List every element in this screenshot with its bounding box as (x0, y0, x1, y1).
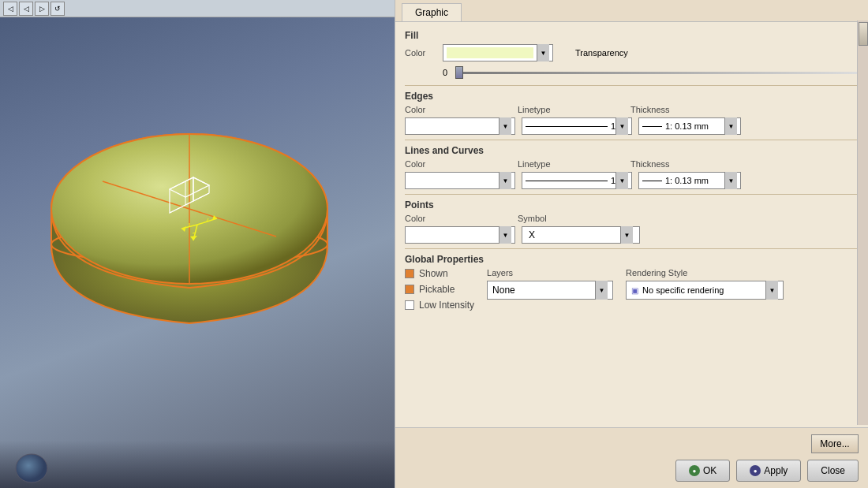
lines-color-swatch (409, 175, 496, 186)
shown-checkbox[interactable] (405, 269, 414, 278)
edges-linetype-dropdown[interactable]: 1 ▼ (522, 117, 632, 135)
close-button[interactable]: Close (807, 460, 859, 482)
toolbar-btn-3[interactable]: ▷ (35, 2, 49, 16)
global-checkboxes: Shown Pickable Low Intensity (405, 268, 474, 311)
global-props-content: Shown Pickable Low Intensity Layers None… (405, 268, 859, 311)
points-header-row: Color Symbol (405, 214, 859, 223)
edges-color-sublabel: Color (405, 105, 436, 114)
fill-color-row: Color ▼ Transparency (405, 44, 859, 61)
rendering-dropdown[interactable]: ▣ No specific rendering ▼ (626, 281, 784, 300)
lines-header-row: Color Linetype Thickness (405, 159, 859, 169)
edges-thickness-arrow[interactable]: ▼ (724, 117, 737, 135)
edges-color-arrow[interactable]: ▼ (499, 117, 511, 135)
points-color-arrow[interactable]: ▼ (499, 226, 511, 244)
edges-thickness-dropdown[interactable]: 1: 0.13 mm ▼ (638, 117, 741, 135)
points-symbol-value: X (529, 229, 620, 240)
edges-divider (405, 140, 859, 140)
apply-button[interactable]: ● Apply (736, 460, 801, 482)
points-symbol-arrow[interactable]: ▼ (620, 226, 633, 244)
apply-icon: ● (750, 465, 761, 476)
lines-thickness-dropdown[interactable]: 1: 0.13 mm ▼ (638, 172, 741, 189)
low-intensity-checkbox[interactable] (405, 300, 414, 310)
edges-section-label: Edges (405, 91, 859, 102)
svg-point-21 (16, 454, 47, 482)
edges-linetype-arrow[interactable]: ▼ (615, 117, 628, 135)
edges-color-dropdown[interactable]: ▼ (405, 117, 515, 135)
lines-color-arrow[interactable]: ▼ (499, 172, 511, 189)
edges-color-swatch (409, 121, 496, 132)
lines-linetype-dropdown[interactable]: 1 ▼ (522, 172, 632, 189)
points-divider (405, 248, 859, 249)
more-btn-row: More... (405, 434, 859, 453)
shown-label: Shown (419, 268, 448, 279)
edges-header-row: Color Linetype Thickness (405, 105, 859, 114)
points-color-dropdown[interactable]: ▼ (405, 226, 515, 244)
lines-controls-row: ▼ 1 ▼ 1: 0.13 mm ▼ (405, 172, 859, 189)
transparency-slider-track (455, 65, 859, 80)
pickable-checkbox[interactable] (405, 285, 414, 294)
points-section-label: Points (405, 199, 859, 210)
properties-panel: Graphic Fill Color ▼ Transparency 0 (395, 0, 868, 488)
scrollbar-thumb[interactable] (859, 22, 868, 46)
scrollbar-track (857, 20, 868, 425)
toolbar-btn-1[interactable]: ◁ (3, 2, 17, 16)
ok-label: OK (703, 465, 716, 476)
lines-color-sublabel: Color (405, 159, 436, 169)
panel-footer: More... ● OK ● Apply Close (395, 427, 868, 488)
layers-dropdown-arrow[interactable]: ▼ (595, 281, 608, 300)
ok-icon: ● (689, 465, 700, 476)
toolbar-btn-2[interactable]: ◁ (19, 2, 33, 16)
toolbar-btn-4[interactable]: ↺ (51, 2, 65, 16)
points-symbol-dropdown[interactable]: X ▼ (522, 226, 640, 244)
rendering-section: Rendering Style ▣ No specific rendering … (626, 268, 784, 311)
more-button[interactable]: More... (811, 434, 859, 453)
lines-linetype-sublabel: Linetype (518, 159, 565, 169)
points-controls-row: ▼ X ▼ (405, 226, 859, 244)
shown-row: Shown (405, 268, 474, 279)
panel-content: Fill Color ▼ Transparency 0 Edges (395, 22, 868, 427)
apply-label: Apply (764, 465, 788, 476)
shape-container (16, 39, 363, 418)
global-props-label: Global Properties (405, 254, 859, 265)
tab-header: Graphic (395, 0, 868, 22)
3d-viewport[interactable]: ◁ ◁ ▷ ↺ (0, 0, 395, 488)
points-color-sublabel: Color (405, 214, 436, 223)
rendering-value: ▣ No specific rendering (631, 285, 765, 295)
layers-section: Layers None ▼ (487, 268, 613, 311)
edges-thickness-line (642, 126, 662, 127)
edges-linetype-line (526, 126, 608, 127)
layers-dropdown[interactable]: None ▼ (487, 281, 613, 300)
lines-linetype-line (526, 181, 608, 181)
viewport-bottom (0, 441, 395, 488)
fill-divider (405, 85, 859, 86)
lines-thickness-arrow[interactable]: ▼ (724, 172, 737, 189)
transparency-row: 0 (405, 65, 859, 80)
edges-linetype-sublabel: Linetype (518, 105, 565, 114)
lines-section-label: Lines and Curves (405, 145, 859, 156)
points-symbol-sublabel: Symbol (518, 214, 565, 223)
tab-graphic[interactable]: Graphic (402, 3, 462, 21)
lines-color-dropdown[interactable]: ▼ (405, 172, 515, 189)
points-color-swatch (409, 229, 496, 240)
fill-color-dropdown[interactable]: ▼ (443, 44, 553, 61)
fill-color-arrow[interactable]: ▼ (537, 44, 549, 61)
edges-controls-row: ▼ 1 ▼ 1: 0.13 mm ▼ (405, 117, 859, 135)
pickable-row: Pickable (405, 284, 474, 295)
transparency-control: 0 (443, 65, 859, 80)
close-label: Close (821, 465, 845, 476)
action-buttons-row: ● OK ● Apply Close (675, 460, 859, 482)
lines-thickness-sublabel: Thickness (630, 159, 678, 169)
low-intensity-row: Low Intensity (405, 300, 474, 311)
toolbar-strip: ◁ ◁ ▷ ↺ (0, 0, 395, 17)
rendering-label: Rendering Style (626, 268, 784, 278)
fill-color-label: Color (405, 48, 436, 58)
lines-linetype-arrow[interactable]: ▼ (615, 172, 628, 189)
layers-value: None (492, 285, 595, 296)
layers-label: Layers (487, 268, 613, 278)
rendering-dropdown-arrow[interactable]: ▼ (765, 281, 778, 300)
transparency-label: Transparency (575, 48, 628, 58)
pickable-label: Pickable (419, 284, 455, 295)
transparency-value: 0 (443, 68, 452, 77)
transparency-thumb[interactable] (455, 66, 463, 79)
ok-button[interactable]: ● OK (675, 460, 730, 482)
